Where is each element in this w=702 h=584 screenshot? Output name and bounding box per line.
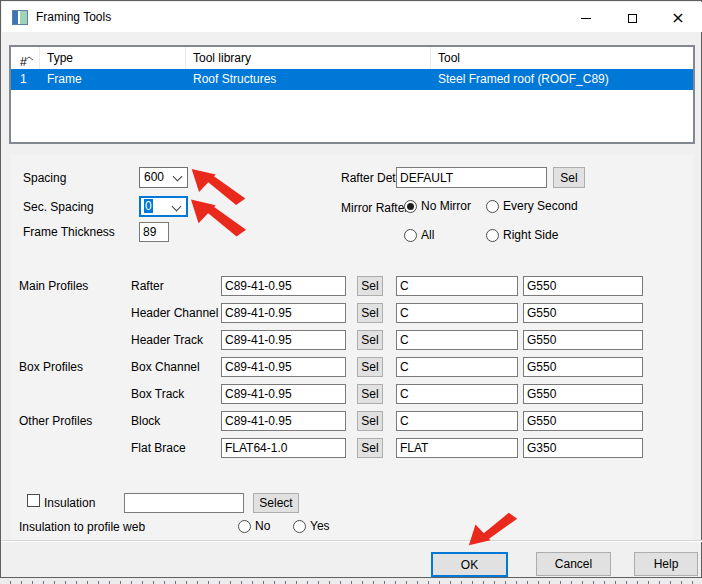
row-tool: Steel Framed roof (ROOF_C89) (431, 69, 693, 90)
profile-label: Header Track (131, 330, 203, 350)
column-header-library[interactable]: Tool library (186, 47, 431, 69)
profile-label: Header Channel (131, 303, 218, 323)
profile-name-field[interactable] (221, 303, 346, 323)
rafter-detail-field[interactable] (396, 167, 547, 188)
radio-insulation-web-yes[interactable]: Yes (293, 518, 330, 534)
column-header-tool[interactable]: Tool (431, 47, 693, 69)
red-arrow-annotation-sec-spacing (190, 198, 247, 237)
background-app-ruler-strip (0, 578, 702, 584)
profile-group-label: Box Profiles (19, 357, 83, 377)
profile-label: Block (131, 411, 160, 431)
profile-type-field[interactable] (396, 357, 518, 377)
profile-row-header-channel: Header Channel Sel (1, 303, 702, 323)
footer-separator (1, 540, 702, 542)
profile-name-field[interactable] (221, 384, 346, 404)
sort-ascending-icon (24, 50, 34, 64)
radio-insulation-web-no[interactable]: No (238, 518, 270, 534)
radio-icon (238, 520, 251, 533)
radio-right-side[interactable]: Right Side (486, 227, 558, 243)
sec-spacing-value: 0 (144, 199, 153, 213)
profile-name-field[interactable] (221, 357, 346, 377)
profile-sel-button[interactable]: Sel (357, 330, 383, 350)
minimize-button[interactable] (563, 3, 609, 33)
sec-spacing-combobox[interactable]: 0 (139, 196, 188, 217)
profile-grade-field[interactable] (523, 357, 643, 377)
profile-name-field[interactable] (221, 276, 346, 296)
profile-sel-button[interactable]: Sel (357, 438, 383, 458)
profile-row-box-track: Box Track Sel (1, 384, 702, 404)
radio-every-second[interactable]: Every Second (486, 198, 578, 214)
insulation-checkbox[interactable] (27, 494, 40, 507)
profile-group-label: Main Profiles (19, 276, 88, 296)
profile-grade-field[interactable] (523, 384, 643, 404)
tool-list-row-selected[interactable]: 1 Frame Roof Structures Steel Framed roo… (11, 69, 693, 90)
spacing-label: Spacing (23, 168, 66, 188)
minimize-icon (581, 18, 591, 19)
profile-label: Flat Brace (131, 438, 186, 458)
profile-grade-field[interactable] (523, 438, 643, 458)
tool-list-header: # Type Tool library Tool (11, 47, 693, 69)
sec-spacing-label: Sec. Spacing (23, 197, 94, 217)
radio-icon (404, 200, 417, 213)
help-button[interactable]: Help (634, 552, 698, 576)
close-icon: × (671, 10, 684, 26)
profile-grade-field[interactable] (523, 411, 643, 431)
profile-label: Box Channel (131, 357, 200, 377)
profile-type-field[interactable] (396, 330, 518, 350)
profile-name-field[interactable] (221, 330, 346, 350)
radio-icon (486, 229, 499, 242)
profile-grade-field[interactable] (523, 276, 643, 296)
maximize-button[interactable] (609, 3, 655, 33)
profile-label: Rafter (131, 276, 164, 296)
profile-type-field[interactable] (396, 411, 518, 431)
row-type: Frame (40, 69, 186, 90)
spacing-value: 600 (144, 170, 164, 184)
row-num: 1 (11, 69, 40, 90)
ok-button[interactable]: OK (431, 552, 508, 577)
maximize-icon (628, 14, 637, 23)
framing-tools-dialog: Framing Tools × # Type Tool library Tool… (0, 0, 702, 578)
insulation-web-label: Insulation to profile web (19, 517, 145, 537)
radio-no-mirror[interactable]: No Mirror (404, 198, 471, 214)
profile-type-field[interactable] (396, 438, 518, 458)
profile-row-block: Other Profiles Block Sel (1, 411, 702, 431)
close-button[interactable]: × (655, 3, 701, 33)
insulation-select-button[interactable]: Select (253, 493, 299, 513)
column-header-type[interactable]: Type (40, 47, 186, 69)
frame-thickness-field[interactable] (139, 222, 169, 242)
profile-name-field[interactable] (221, 411, 346, 431)
profile-type-field[interactable] (396, 384, 518, 404)
radio-label: All (421, 228, 434, 242)
profile-name-field[interactable] (221, 438, 346, 458)
profile-grade-field[interactable] (523, 330, 643, 350)
profile-sel-button[interactable]: Sel (357, 411, 383, 431)
profile-sel-button[interactable]: Sel (357, 276, 383, 296)
insulation-field[interactable] (124, 493, 244, 513)
profile-type-field[interactable] (396, 303, 518, 323)
red-arrow-annotation-ok (468, 505, 518, 554)
row-library: Roof Structures (186, 69, 431, 90)
profile-group-label: Other Profiles (19, 411, 92, 431)
profile-row-rafter: Main Profiles Rafter Sel (1, 276, 702, 296)
radio-all[interactable]: All (404, 227, 434, 243)
radio-label: No Mirror (421, 199, 471, 213)
cancel-button[interactable]: Cancel (536, 552, 611, 576)
title-bar: Framing Tools × (2, 2, 702, 32)
profile-label: Box Track (131, 384, 184, 404)
profile-row-header-track: Header Track Sel (1, 330, 702, 350)
radio-label: Right Side (503, 228, 558, 242)
tool-list: # Type Tool library Tool 1 Frame Roof St… (9, 45, 695, 144)
radio-label: No (255, 519, 270, 533)
profile-grade-field[interactable] (523, 303, 643, 323)
profile-row-box-channel: Box Profiles Box Channel Sel (1, 357, 702, 377)
spacing-combobox[interactable]: 600 (139, 167, 188, 188)
rafter-detail-sel-button[interactable]: Sel (553, 167, 585, 188)
window-title: Framing Tools (36, 2, 111, 32)
profile-sel-button[interactable]: Sel (357, 384, 383, 404)
profile-sel-button[interactable]: Sel (357, 357, 383, 377)
profile-sel-button[interactable]: Sel (357, 303, 383, 323)
profile-row-flat-brace: Flat Brace Sel (1, 438, 702, 458)
radio-label: Every Second (503, 199, 578, 213)
radio-label: Yes (310, 519, 330, 533)
profile-type-field[interactable] (396, 276, 518, 296)
